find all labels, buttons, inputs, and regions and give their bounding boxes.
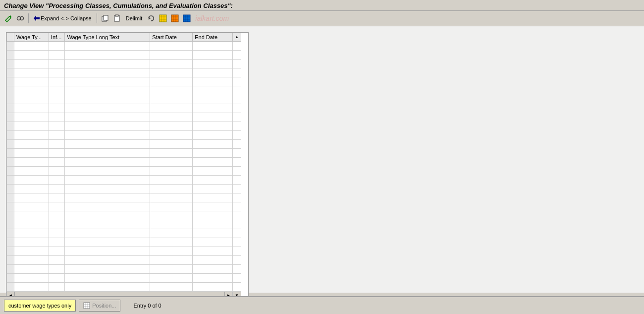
separator-2 [97,13,97,23]
customer-wage-types-btn[interactable]: customer wage types only [4,300,76,312]
table-row [7,229,241,238]
table-row [7,104,241,113]
status-bar: customer wage types only Position... Ent… [0,296,644,314]
table-body [7,42,241,292]
selector-header [7,33,14,42]
orange-icon-btn[interactable] [169,12,180,24]
edit-icon [4,14,12,22]
table-row [7,95,241,104]
table-row [7,265,241,274]
watermark-text: ialkart.com [195,14,229,22]
entry-count: Entry 0 of 0 [133,303,161,309]
toolbar: Expand <-> Collapse Delimit [0,10,644,26]
table-row [7,86,241,95]
copy-row-icon [101,14,109,22]
paste-row-btn[interactable] [111,12,122,24]
scroll-header: ▲ [232,33,241,42]
svg-rect-9 [160,15,166,22]
table-row [7,158,241,167]
expand-collapse-btn[interactable]: Expand <-> Collapse [31,12,94,24]
table-row [7,247,241,256]
svg-rect-24 [84,303,90,309]
table-row [7,42,241,51]
table-row [7,131,241,140]
paste-row-icon [113,14,121,22]
table-row [7,274,241,283]
wage-type-header: Wage Ty... [14,33,49,42]
table-header-row: Wage Ty... Inf... Wage Type Long Text St… [7,33,241,42]
separator-1 [28,13,29,23]
svg-rect-5 [104,15,108,20]
table-row [7,77,241,86]
svg-rect-2 [20,18,21,19]
delimit-label: Delimit [126,15,143,21]
expand-icon [34,15,40,21]
svg-rect-19 [183,15,190,22]
main-content: Wage Ty... Inf... Wage Type Long Text St… [0,26,644,293]
table-row [7,60,241,68]
blue-icon-btn[interactable] [181,12,192,24]
table-row [7,220,241,229]
page-title: Change View "Processing Classes, Cumulat… [0,0,644,10]
undo-icon [147,14,155,22]
svg-marker-3 [34,15,40,21]
svg-rect-14 [171,15,178,22]
table-row [7,193,241,202]
table-row [7,149,241,158]
end-date-header: End Date [193,33,233,42]
table-row [7,68,241,77]
position-btn-label: Position... [92,303,116,309]
long-text-header: Wage Type Long Text [65,33,150,42]
table-row [7,176,241,185]
data-table: Wage Ty... Inf... Wage Type Long Text St… [6,33,241,300]
yellow-grid-icon [159,14,167,22]
start-date-header: Start Date [150,33,193,42]
table-row [7,238,241,247]
orange-grid-icon [171,14,179,22]
position-btn[interactable]: Position... [79,300,120,312]
table-row [7,256,241,265]
undo-btn[interactable] [146,12,157,24]
yellow-icon-btn[interactable] [158,12,168,24]
edit-icon-btn[interactable] [3,12,14,24]
table-row [7,185,241,193]
table-row [7,51,241,60]
svg-rect-7 [115,15,118,16]
table-row [7,113,241,122]
table-row [7,167,241,176]
table-wrapper: Wage Ty... Inf... Wage Type Long Text St… [6,33,248,300]
position-grid-icon [83,302,90,309]
binoculars-icon [16,14,24,22]
table-row [7,140,241,149]
inf-header: Inf... [49,33,65,42]
table-row [7,283,241,292]
blue-grid-icon [183,14,191,22]
data-table-container: Wage Ty... Inf... Wage Type Long Text St… [6,32,249,300]
svg-marker-8 [149,17,151,20]
table-row [7,202,241,211]
expand-collapse-label: Expand <-> Collapse [41,15,92,21]
copy-row-btn[interactable] [100,12,110,24]
table-row [7,211,241,220]
customer-btn-label: customer wage types only [8,303,71,309]
scroll-up-btn[interactable]: ▲ [233,34,241,41]
table-row [7,122,241,131]
find-icon-btn[interactable] [15,12,26,24]
delimit-btn[interactable]: Delimit [123,12,145,24]
